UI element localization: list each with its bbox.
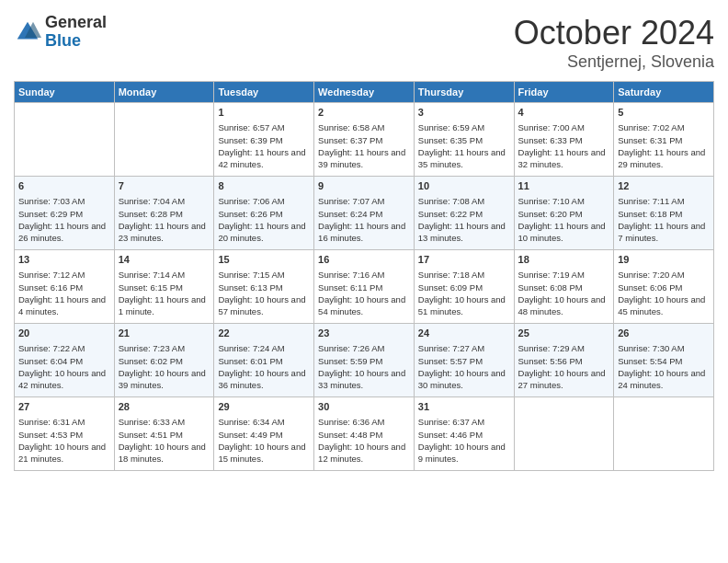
calendar-cell: 17Sunrise: 7:18 AMSunset: 6:09 PMDayligh…	[414, 250, 514, 324]
calendar-cell: 15Sunrise: 7:15 AMSunset: 6:13 PMDayligh…	[214, 250, 314, 324]
calendar-row-4: 20Sunrise: 7:22 AMSunset: 6:04 PMDayligh…	[15, 324, 714, 397]
calendar-cell: 2Sunrise: 6:58 AMSunset: 6:37 PMDaylight…	[314, 103, 415, 177]
calendar-cell: 16Sunrise: 7:16 AMSunset: 6:11 PMDayligh…	[314, 250, 415, 324]
day-info: Sunrise: 6:59 AMSunset: 6:35 PMDaylight:…	[418, 122, 506, 169]
day-number: 19	[618, 253, 710, 267]
day-info: Sunrise: 6:34 AMSunset: 4:49 PMDaylight:…	[218, 417, 305, 464]
day-info: Sunrise: 7:08 AMSunset: 6:22 PMDaylight:…	[418, 196, 506, 243]
header-friday: Friday	[514, 82, 614, 103]
calendar-cell: 25Sunrise: 7:29 AMSunset: 5:56 PMDayligh…	[514, 324, 614, 397]
day-info: Sunrise: 7:10 AMSunset: 6:20 PMDaylight:…	[518, 196, 606, 243]
calendar-cell: 10Sunrise: 7:08 AMSunset: 6:22 PMDayligh…	[414, 177, 514, 250]
calendar-cell: 1Sunrise: 6:57 AMSunset: 6:39 PMDaylight…	[214, 103, 314, 177]
calendar-cell: 22Sunrise: 7:24 AMSunset: 6:01 PMDayligh…	[214, 324, 314, 397]
day-info: Sunrise: 7:00 AMSunset: 6:33 PMDaylight:…	[518, 122, 606, 169]
day-number: 2	[318, 106, 410, 120]
calendar-cell	[114, 103, 214, 177]
logo-icon	[14, 18, 41, 46]
day-number: 31	[418, 400, 510, 414]
day-info: Sunrise: 7:03 AMSunset: 6:29 PMDaylight:…	[18, 196, 106, 243]
day-info: Sunrise: 7:18 AMSunset: 6:09 PMDaylight:…	[418, 270, 506, 316]
day-info: Sunrise: 7:26 AMSunset: 5:59 PMDaylight:…	[318, 343, 405, 390]
day-info: Sunrise: 7:20 AMSunset: 6:06 PMDaylight:…	[618, 270, 705, 316]
day-info: Sunrise: 6:58 AMSunset: 6:37 PMDaylight:…	[318, 122, 405, 169]
day-info: Sunrise: 6:33 AMSunset: 4:51 PMDaylight:…	[119, 417, 206, 464]
calendar-row-2: 6Sunrise: 7:03 AMSunset: 6:29 PMDaylight…	[15, 177, 714, 250]
day-number: 23	[318, 327, 410, 340]
calendar-cell: 14Sunrise: 7:14 AMSunset: 6:15 PMDayligh…	[114, 250, 214, 324]
day-number: 5	[618, 106, 710, 120]
calendar-row-3: 13Sunrise: 7:12 AMSunset: 6:16 PMDayligh…	[15, 250, 714, 324]
day-number: 14	[119, 253, 210, 267]
day-number: 29	[218, 400, 310, 414]
day-info: Sunrise: 7:15 AMSunset: 6:13 PMDaylight:…	[218, 270, 305, 316]
calendar-body: 1Sunrise: 6:57 AMSunset: 6:39 PMDaylight…	[15, 103, 714, 471]
calendar-cell: 19Sunrise: 7:20 AMSunset: 6:06 PMDayligh…	[614, 250, 714, 324]
calendar-cell: 24Sunrise: 7:27 AMSunset: 5:57 PMDayligh…	[414, 324, 514, 397]
day-number: 9	[318, 179, 410, 193]
day-number: 6	[18, 179, 110, 193]
day-number: 3	[418, 106, 510, 120]
day-number: 26	[618, 327, 710, 340]
day-info: Sunrise: 6:37 AMSunset: 4:46 PMDaylight:…	[418, 417, 506, 464]
location: Sentjernej, Slovenia	[514, 52, 714, 72]
logo-text: General Blue	[45, 14, 107, 51]
calendar-cell: 12Sunrise: 7:11 AMSunset: 6:18 PMDayligh…	[614, 177, 714, 250]
calendar-table: Sunday Monday Tuesday Wednesday Thursday…	[14, 81, 714, 471]
calendar-cell: 26Sunrise: 7:30 AMSunset: 5:54 PMDayligh…	[614, 324, 714, 397]
header-tuesday: Tuesday	[214, 82, 314, 103]
day-number: 21	[119, 327, 210, 340]
day-info: Sunrise: 7:29 AMSunset: 5:56 PMDaylight:…	[518, 343, 606, 390]
header-monday: Monday	[114, 82, 214, 103]
calendar-cell: 7Sunrise: 7:04 AMSunset: 6:28 PMDaylight…	[114, 177, 214, 250]
day-info: Sunrise: 7:27 AMSunset: 5:57 PMDaylight:…	[418, 343, 506, 390]
calendar-header: Sunday Monday Tuesday Wednesday Thursday…	[15, 82, 714, 103]
calendar-cell	[514, 397, 614, 471]
day-info: Sunrise: 7:12 AMSunset: 6:16 PMDaylight:…	[18, 270, 106, 316]
day-info: Sunrise: 7:16 AMSunset: 6:11 PMDaylight:…	[318, 270, 405, 316]
header-thursday: Thursday	[414, 82, 514, 103]
day-info: Sunrise: 7:07 AMSunset: 6:24 PMDaylight:…	[318, 196, 405, 243]
day-number: 16	[318, 253, 410, 267]
day-number: 20	[18, 327, 110, 340]
day-number: 1	[218, 106, 310, 120]
day-info: Sunrise: 6:57 AMSunset: 6:39 PMDaylight:…	[218, 122, 305, 169]
calendar-cell: 29Sunrise: 6:34 AMSunset: 4:49 PMDayligh…	[214, 397, 314, 471]
calendar-cell: 23Sunrise: 7:26 AMSunset: 5:59 PMDayligh…	[314, 324, 415, 397]
day-number: 12	[618, 179, 710, 193]
calendar-cell: 30Sunrise: 6:36 AMSunset: 4:48 PMDayligh…	[314, 397, 415, 471]
calendar-cell	[15, 103, 115, 177]
calendar-cell: 27Sunrise: 6:31 AMSunset: 4:53 PMDayligh…	[15, 397, 115, 471]
day-number: 30	[318, 400, 410, 414]
calendar-cell: 20Sunrise: 7:22 AMSunset: 6:04 PMDayligh…	[15, 324, 115, 397]
day-info: Sunrise: 7:14 AMSunset: 6:15 PMDaylight:…	[119, 270, 206, 316]
calendar-row-5: 27Sunrise: 6:31 AMSunset: 4:53 PMDayligh…	[15, 397, 714, 471]
calendar-cell: 31Sunrise: 6:37 AMSunset: 4:46 PMDayligh…	[414, 397, 514, 471]
day-info: Sunrise: 7:24 AMSunset: 6:01 PMDaylight:…	[218, 343, 305, 390]
calendar-cell: 9Sunrise: 7:07 AMSunset: 6:24 PMDaylight…	[314, 177, 415, 250]
day-info: Sunrise: 7:02 AMSunset: 6:31 PMDaylight:…	[618, 122, 705, 169]
calendar-row-1: 1Sunrise: 6:57 AMSunset: 6:39 PMDaylight…	[15, 103, 714, 177]
calendar-cell: 21Sunrise: 7:23 AMSunset: 6:02 PMDayligh…	[114, 324, 214, 397]
day-number: 15	[218, 253, 310, 267]
calendar-cell: 3Sunrise: 6:59 AMSunset: 6:35 PMDaylight…	[414, 103, 514, 177]
day-number: 10	[418, 179, 510, 193]
day-info: Sunrise: 6:31 AMSunset: 4:53 PMDaylight:…	[18, 417, 106, 464]
calendar-cell: 28Sunrise: 6:33 AMSunset: 4:51 PMDayligh…	[114, 397, 214, 471]
day-number: 22	[218, 327, 310, 340]
calendar-cell	[614, 397, 714, 471]
header-sunday: Sunday	[15, 82, 115, 103]
day-number: 8	[218, 179, 310, 193]
page-header: General Blue October 2024 Sentjernej, Sl…	[14, 14, 714, 72]
day-info: Sunrise: 7:30 AMSunset: 5:54 PMDaylight:…	[618, 343, 705, 390]
day-number: 24	[418, 327, 510, 340]
calendar-cell: 13Sunrise: 7:12 AMSunset: 6:16 PMDayligh…	[15, 250, 115, 324]
day-info: Sunrise: 7:04 AMSunset: 6:28 PMDaylight:…	[119, 196, 206, 243]
calendar-cell: 8Sunrise: 7:06 AMSunset: 6:26 PMDaylight…	[214, 177, 314, 250]
day-number: 18	[518, 253, 610, 267]
day-info: Sunrise: 7:23 AMSunset: 6:02 PMDaylight:…	[119, 343, 206, 390]
day-number: 25	[518, 327, 610, 340]
day-info: Sunrise: 7:19 AMSunset: 6:08 PMDaylight:…	[518, 270, 606, 316]
day-number: 7	[119, 179, 210, 193]
calendar-cell: 11Sunrise: 7:10 AMSunset: 6:20 PMDayligh…	[514, 177, 614, 250]
